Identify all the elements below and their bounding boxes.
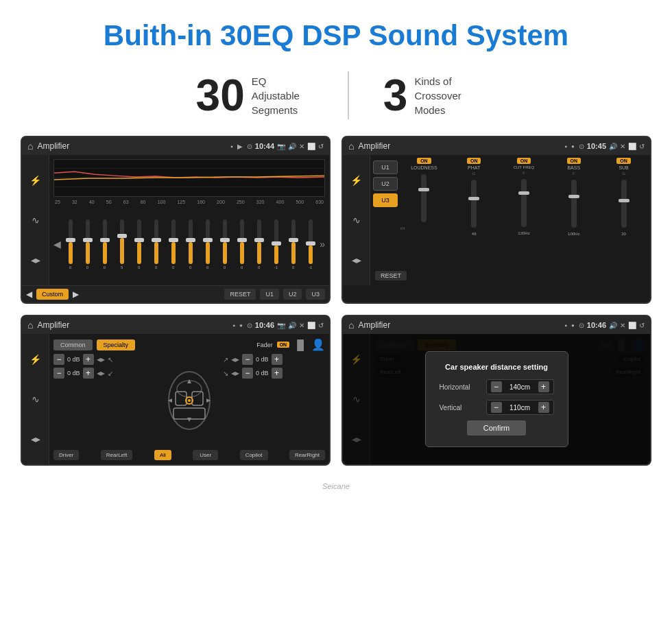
spk-all-btn[interactable]: All: [154, 450, 171, 460]
xo-sub-slider[interactable]: [621, 180, 627, 228]
svg-marker-11: [187, 418, 191, 422]
spk-tabs: Common Specialty Fader ON ▐▌ 👤: [53, 338, 325, 351]
horizontal-minus-btn[interactable]: −: [491, 381, 502, 392]
xo-phat-slider[interactable]: [471, 180, 477, 228]
spk-fader-label: Fader: [256, 342, 273, 348]
horizontal-value-group: − 140cm +: [486, 379, 554, 394]
screen-spk-header: ⌂ Amplifier ▪ ● ⊙ 10:46 📷 🔊 ✕ ⬜ ↺: [22, 316, 329, 334]
xo-reset-btn[interactable]: RESET: [375, 271, 407, 281]
screen-distance: ⌂ Amplifier ▪ ● ⊙ 10:46 🔊 ✕ ⬜ ↺ ⚡ ∿ ◂▸: [341, 315, 651, 466]
svg-rect-6: [192, 392, 203, 405]
vertical-plus-btn[interactable]: +: [538, 402, 549, 413]
spk-fl-plus[interactable]: +: [83, 354, 94, 365]
xo-ch-sub: ON SUB G 20: [600, 158, 647, 269]
svg-rect-7: [173, 408, 205, 419]
spk-right-vols: ↗ ◂▸ − 0 dB + ↘ ◂▸ − 0 dB +: [223, 354, 325, 447]
eq-tune-icon[interactable]: ⚡: [29, 175, 41, 186]
spk-rr-plus[interactable]: +: [272, 368, 283, 379]
spk-rr-icon: ◂▸: [231, 368, 239, 378]
spk-fl-icon: ◂▸: [97, 355, 105, 364]
eq-vol-icon[interactable]: ◂▸: [31, 254, 40, 265]
spk-wave-icon[interactable]: ∿: [32, 394, 40, 405]
spk-rr-db: 0 dB: [256, 370, 269, 377]
eq-left-arrow[interactable]: ◀: [53, 239, 61, 250]
eq-wave-icon[interactable]: ∿: [32, 215, 40, 226]
screen-xo-time: 10:45: [587, 142, 606, 150]
xo-cutfreq-on[interactable]: ON: [517, 158, 531, 164]
spk-fr-minus[interactable]: −: [242, 354, 253, 365]
spk-rl-icon: ◂▸: [97, 368, 105, 378]
spk-back-icon[interactable]: ↺: [318, 322, 324, 329]
dist-window-icon[interactable]: ⬜: [628, 322, 636, 329]
spk-eq-icon[interactable]: ⚡: [29, 354, 41, 365]
eq-forward-btn[interactable]: ▶: [73, 289, 79, 299]
spk-common-tab[interactable]: Common: [53, 339, 93, 350]
spk-fl-minus[interactable]: −: [53, 354, 64, 365]
eq-u3-btn[interactable]: U3: [306, 289, 325, 300]
xo-back-icon[interactable]: ↺: [639, 143, 645, 150]
spk-driver-btn[interactable]: Driver: [53, 450, 79, 460]
spk-user-btn[interactable]: User: [193, 450, 218, 460]
screen-dist-header: ⌂ Amplifier ▪ ● ⊙ 10:46 🔊 ✕ ⬜ ↺: [343, 316, 650, 334]
screen-eq-time: 10:44: [255, 142, 274, 150]
xo-eq-icon[interactable]: ⚡: [350, 175, 362, 186]
spk-rl-plus[interactable]: +: [83, 368, 94, 379]
vertical-minus-btn[interactable]: −: [491, 402, 502, 413]
xo-loudness-on[interactable]: ON: [417, 158, 431, 164]
xo-window-icon[interactable]: ⬜: [628, 143, 636, 150]
xo-u3-btn[interactable]: U3: [373, 193, 398, 207]
xo-wave-icon[interactable]: ∿: [352, 215, 361, 226]
spk-vol-side-icon[interactable]: ◂▸: [31, 433, 40, 444]
spk-close-icon[interactable]: ✕: [299, 322, 304, 329]
dist-close-icon[interactable]: ✕: [620, 322, 625, 329]
spk-specialty-tab[interactable]: Specialty: [97, 339, 136, 350]
xo-cutfreq-slider[interactable]: [521, 179, 527, 227]
xo-close-icon[interactable]: ✕: [620, 143, 625, 150]
xo-u1-btn[interactable]: U1: [373, 160, 398, 174]
xo-bass-on[interactable]: ON: [567, 158, 581, 164]
spk-window-icon[interactable]: ⬜: [307, 322, 315, 329]
eq-u2-btn[interactable]: U2: [283, 289, 302, 300]
home-icon[interactable]: ⌂: [27, 141, 33, 152]
eq-u1-btn[interactable]: U1: [260, 289, 279, 300]
back-icon[interactable]: ↺: [318, 143, 324, 150]
spk-home-icon[interactable]: ⌂: [27, 320, 33, 331]
eq-right-arrow[interactable]: »: [320, 239, 325, 250]
xo-loudness-slider[interactable]: [421, 174, 427, 222]
spk-rl-minus[interactable]: −: [53, 368, 64, 379]
eq-slider-9: 0: [200, 219, 215, 270]
close-icon[interactable]: ✕: [299, 143, 304, 150]
xo-u2-btn[interactable]: U2: [373, 177, 398, 191]
xo-vol-icon: 🔊: [609, 143, 617, 150]
xo-bass-slider[interactable]: [571, 180, 577, 228]
horizontal-plus-btn[interactable]: +: [538, 381, 549, 392]
spk-rearright-btn[interactable]: RearRight: [289, 450, 325, 460]
xo-dot-icon: ●: [571, 143, 575, 150]
svg-marker-10: [187, 379, 191, 383]
xo-home-icon[interactable]: ⌂: [348, 141, 354, 152]
spk-fr-plus[interactable]: +: [272, 354, 283, 365]
spk-location-icon: ⊙: [247, 322, 252, 329]
xo-sub-on[interactable]: ON: [616, 158, 631, 164]
camera-icon: 📷: [277, 143, 285, 150]
screen-spk-title: Amplifier: [37, 320, 228, 330]
xo-phat-on[interactable]: ON: [467, 158, 481, 164]
page-title: Buith-in 30EQ DSP Sound System: [0, 0, 672, 64]
dist-back-icon[interactable]: ↺: [639, 322, 645, 329]
spk-copilot-btn[interactable]: Copilot: [240, 450, 268, 460]
spk-rearleft-btn[interactable]: RearLeft: [101, 450, 133, 460]
eq-back-btn[interactable]: ◀: [26, 289, 32, 299]
eq-slider-15: -1: [302, 219, 318, 270]
crossover-label: Kinds ofCrossover Modes: [414, 74, 476, 117]
screen-eq-title: Amplifier: [37, 141, 226, 151]
confirm-button[interactable]: Confirm: [467, 420, 527, 436]
eq-slider-10: 0: [217, 219, 232, 270]
xo-vol-side-icon[interactable]: ◂▸: [352, 254, 361, 265]
eq-slider-3: 0: [97, 219, 112, 270]
eq-custom-btn[interactable]: Custom: [36, 289, 69, 300]
window-icon[interactable]: ⬜: [307, 143, 315, 150]
spk-rr-minus[interactable]: −: [242, 368, 253, 379]
dist-home-icon[interactable]: ⌂: [348, 320, 354, 331]
eq-reset-btn[interactable]: RESET: [224, 289, 256, 300]
xo-top: U1 U2 U3 ON LOUDNESS 6: [373, 158, 647, 269]
